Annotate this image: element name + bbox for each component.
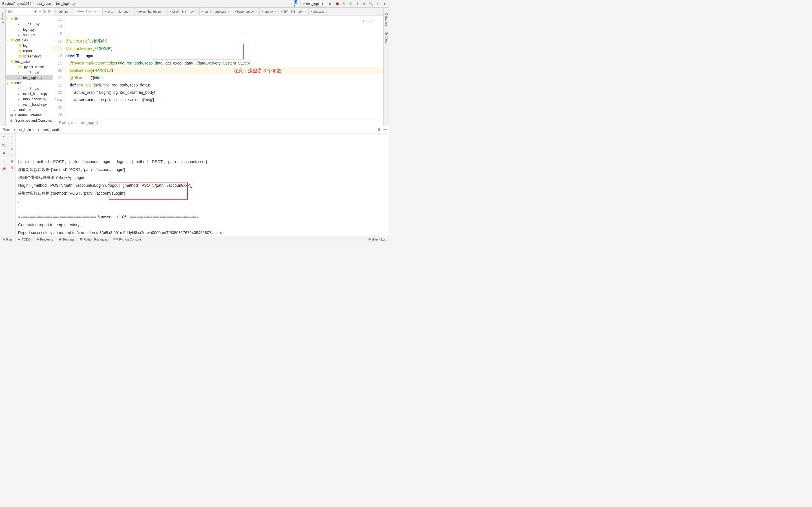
close-icon[interactable]: × (228, 10, 230, 13)
debug-button[interactable]: 🐞 (335, 1, 340, 6)
code-line-17[interactable]: @allure.story('登录接口')​ (65, 67, 384, 74)
close-icon[interactable]: × (163, 10, 165, 13)
crumb-class[interactable]: TestLogin (59, 121, 73, 125)
tree-item-__init__-py[interactable]: __init__.py (6, 69, 53, 75)
tree-item-lib[interactable]: ⌄📁lib (6, 16, 53, 21)
close-icon[interactable]: × (274, 10, 276, 13)
tree-item-Scratches-and-Consoles[interactable]: ◉Scratches and Consoles (6, 118, 53, 123)
crumb-func[interactable]: test_login() (81, 121, 98, 125)
terminal-tool-button[interactable]: ▣Terminal (59, 237, 74, 241)
code-line-14[interactable]: @allure.feature('登录模块') (65, 45, 384, 52)
tree-item-log[interactable]: 📁log (6, 43, 53, 48)
close-icon[interactable]: × (255, 10, 257, 13)
tab-test_login-py[interactable]: ●test_login.py× (74, 8, 103, 15)
code-editor[interactable]: 2 3 ˇ @allure.epic('订餐系统')@allure.featur… (65, 15, 384, 119)
stop-button[interactable]: ■ (362, 1, 366, 6)
tab-api-py[interactable]: ●api.py× (260, 8, 279, 15)
tab-login-py[interactable]: ●login.py× (53, 8, 74, 15)
project-view-icon[interactable]: ▤▾ (7, 9, 13, 13)
code-line-21[interactable]: assert actual_resp['msg'] == resp_data['… (65, 96, 384, 103)
tab-yaml_handle-py[interactable]: ●yaml_handle.py× (200, 8, 232, 15)
ide-icon[interactable]: ◗ (382, 1, 387, 6)
rerun-button[interactable]: ↻ (1, 135, 7, 140)
tree-item-md5_handle-py[interactable]: md5_handle.py (6, 96, 53, 102)
right-tool-buttons[interactable]: Database SciView (384, 8, 389, 126)
print-icon[interactable]: 🖨 (10, 159, 13, 163)
close-icon[interactable]: × (304, 10, 306, 13)
warnings-count[interactable]: 2 (362, 17, 367, 24)
problems-tool-button[interactable]: ⊘Problems (36, 237, 53, 241)
minimize-icon[interactable]: — (384, 127, 387, 132)
tree-item-External-Libraries[interactable]: ⊞External Libraries (6, 112, 53, 118)
tree-item-login-py[interactable]: login.py (6, 27, 53, 32)
run-button[interactable]: ▶ (328, 1, 333, 6)
run-tab-excel-handle[interactable]: ● excel_handle (38, 128, 61, 132)
python-packages-tool-button[interactable]: ⊞Python Packages (80, 237, 108, 241)
tab-lib-__init__-py[interactable]: ●lib/__init__.py× (279, 8, 309, 15)
tree-item-report[interactable]: ›📁report (6, 48, 53, 54)
code-line-16[interactable]: @pytest.mark.parametrize('title, req_bod… (65, 59, 384, 67)
code-line-22[interactable] (65, 103, 384, 111)
close-icon[interactable]: × (70, 10, 72, 13)
line-gutter[interactable]: 131415161718192021222324 ▶2526 (53, 15, 65, 119)
editor-breadcrumb[interactable]: TestLogin 〉 test_login() (53, 119, 384, 126)
code-line-19[interactable]: def test_login(self, title, req_body, re… (65, 81, 384, 89)
run-config-selector[interactable]: ● test_login ▾ (300, 1, 326, 6)
python-console-tool-button[interactable]: ⌨Python Console (113, 237, 141, 241)
editor-body[interactable]: 131415161718192021222324 ▶2526 2 3 ˇ @al… (53, 15, 384, 119)
stop-button[interactable]: ■ (1, 151, 7, 156)
code-line-15[interactable]: class TestLogin: (65, 52, 384, 59)
code-line-20[interactable]: actual_resp = Login().login(in_data=req_… (65, 89, 384, 96)
tree-item-__init__-py[interactable]: __init__.py (6, 21, 53, 27)
code-line-23[interactable] (65, 111, 384, 118)
pin-icon[interactable]: 📌 (1, 166, 7, 172)
tree-item-__init__-py[interactable]: __init__.py (6, 86, 53, 91)
tree-item-shop-py[interactable]: shop.py (6, 32, 53, 38)
tab-xlrd-__init__-py[interactable]: ●xlrd/__init__.py× (103, 8, 134, 15)
console-output[interactable]: { login : { method : POST , path : /acco… (16, 133, 389, 236)
coverage-button[interactable]: ⛨ (342, 1, 346, 6)
breadcrumb-folder[interactable]: test_case (36, 2, 51, 6)
code-line-13[interactable]: @allure.epic('订餐系统') (65, 38, 384, 45)
tree-item-yaml_handle-py[interactable]: yaml_handle.py (6, 102, 53, 107)
tree-item-utils[interactable]: ⌄📁utils (6, 80, 53, 86)
event-log-button[interactable]: ◷Event Log (368, 237, 386, 241)
soft-wrap-icon[interactable]: ⏎ (10, 147, 13, 151)
tree-item-main-py[interactable]: main.py (6, 107, 53, 112)
tree-item-test_login-py[interactable]: test_login.py (6, 75, 53, 80)
trash-icon[interactable]: 🗑 (10, 166, 13, 170)
close-icon[interactable]: × (32, 128, 34, 132)
tree-item-excel_handle-py[interactable]: excel_handle.py (6, 91, 53, 96)
down-icon[interactable]: ↓ (11, 141, 13, 145)
code-line-24[interactable]: if __name__ == '__main__': (65, 118, 384, 119)
todo-tool-button[interactable]: ≔TODO (17, 237, 31, 241)
sciview-tool-button[interactable]: SciView (385, 32, 388, 43)
close-icon[interactable]: × (195, 10, 197, 13)
inspections-widget[interactable]: 2 3 ˇ (362, 17, 378, 24)
run-tool-button[interactable]: ▶Run (3, 237, 12, 241)
target-icon[interactable]: ⊕ (34, 9, 37, 13)
tree-item--pytest_cache[interactable]: ›📁.pytest_cache (6, 64, 53, 69)
expand-icon[interactable]: ⇲ (43, 9, 46, 13)
user-icon[interactable]: 👤▾ (294, 1, 298, 6)
tab-utils-__init__-py[interactable]: ●utils/__init__.py× (167, 8, 200, 15)
code-line-18[interactable]: @allure.title('{title}') (65, 74, 384, 81)
breadcrumb-root[interactable]: ReviewProject1030 (2, 2, 31, 6)
collapse-icon[interactable]: ≡ (39, 9, 41, 13)
layout-icon[interactable]: ⊞ (1, 158, 7, 164)
scroll-icon[interactable]: ⤓ (10, 153, 13, 157)
tree-item-test_case[interactable]: ⌄📁test_case (6, 59, 53, 64)
project-tree[interactable]: ▤▾ ⊕ ≡ ⇲ ⚙ ⌄📁lib__init__.pylogin.pyshop.… (6, 8, 53, 126)
chevron-down-icon[interactable]: ˇ (377, 17, 378, 24)
profile-button[interactable]: ⟳ (349, 1, 353, 6)
editor-tabs[interactable]: ●login.py×●test_login.py×●xlrd/__init__.… (53, 8, 384, 15)
more-run-icon[interactable]: ▾ (355, 1, 360, 6)
tab-base_api-py[interactable]: ●base_api.py× (232, 8, 260, 15)
project-tool-button[interactable]: Project (0, 8, 6, 126)
close-icon[interactable]: × (130, 10, 132, 13)
wrench-icon[interactable]: 🔧 (1, 143, 7, 148)
database-tool-button[interactable]: Database (385, 13, 388, 26)
tab-excel_handle-py[interactable]: ●excel_handle.py× (135, 8, 168, 15)
ok-count[interactable]: 3 (370, 17, 374, 24)
breadcrumb[interactable]: ReviewProject1030 〉 test_case 〉 test_log… (2, 2, 294, 6)
